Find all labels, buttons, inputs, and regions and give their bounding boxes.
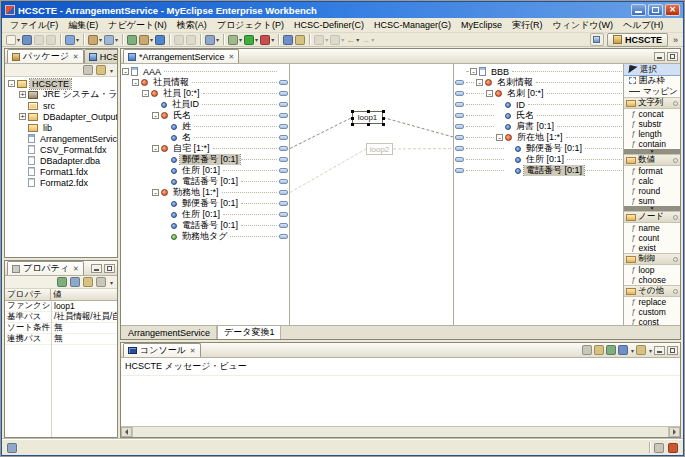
maximize-view-icon[interactable] (667, 52, 678, 61)
view-menu-icon[interactable]: ▾ (110, 279, 113, 286)
run-icon[interactable]: ▾ (243, 33, 259, 46)
map-node-row[interactable]: -社員 [0:*] (121, 88, 289, 99)
filter-icon[interactable] (83, 277, 93, 287)
open-console-icon[interactable] (636, 345, 646, 355)
selection-handle[interactable] (382, 123, 385, 126)
link-with-editor-icon[interactable] (96, 65, 106, 75)
selection-handle[interactable] (367, 123, 370, 126)
dropdown-arrow-icon[interactable]: ▾ (325, 36, 328, 43)
palette-item-substr[interactable]: ƒsubstr (624, 119, 680, 129)
expander-icon[interactable]: - (152, 189, 159, 196)
menu-item[interactable]: 実行(R) (507, 19, 548, 32)
palette-group-header[interactable]: 数値 (624, 154, 680, 166)
property-row[interactable]: 連携パス無 (5, 334, 117, 345)
map-node-row[interactable]: -氏名 (454, 110, 623, 121)
tree-item[interactable]: -ArrangementService.wsdl (5, 133, 117, 144)
save-icon[interactable] (21, 33, 33, 46)
map-node-row[interactable]: -郵便番号 [0:1] (121, 198, 289, 209)
dropdown-arrow-icon[interactable]: ▾ (356, 36, 359, 43)
expander-icon[interactable]: - (152, 112, 159, 119)
tab-properties[interactable]: プロパティ ✕ (7, 261, 84, 275)
editor-page-tab[interactable]: データ変換1 (217, 326, 281, 339)
palette-tool-marquee[interactable]: 囲み枠 (624, 75, 680, 86)
palette-item-choose[interactable]: ƒchoose (624, 275, 680, 285)
connector-handle[interactable] (279, 91, 288, 96)
connector-handle[interactable] (279, 168, 288, 173)
dropdown-arrow-icon[interactable]: ▾ (649, 347, 652, 354)
selection-handle[interactable] (382, 117, 385, 120)
palette-item-format[interactable]: ƒformat (624, 166, 680, 176)
selection-handle[interactable] (351, 110, 354, 113)
restore-default-icon[interactable] (96, 277, 106, 287)
menu-item[interactable]: ウィンドウ(W) (548, 19, 619, 32)
function-box-loop1[interactable]: loop1 (352, 111, 383, 124)
connector-handle[interactable] (455, 113, 464, 118)
column-header-property[interactable]: プロパティ (5, 289, 51, 300)
dropdown-arrow-icon[interactable]: ▾ (271, 36, 274, 43)
pin-console-icon[interactable] (594, 345, 604, 355)
palette-item-const[interactable]: ƒconst (624, 317, 680, 325)
connector-handle[interactable] (455, 157, 464, 162)
palette-item-count[interactable]: ƒcount (624, 233, 680, 243)
new-class-icon[interactable] (126, 33, 138, 46)
categorize-icon[interactable] (57, 277, 67, 287)
collapse-all-icon[interactable] (83, 65, 93, 75)
close-button[interactable]: ✕ (665, 4, 680, 16)
tree-item[interactable]: -Format1.fdx (5, 166, 117, 177)
expander-icon[interactable]: - (470, 68, 477, 75)
palette-item-custom[interactable]: ƒcustom (624, 307, 680, 317)
dropdown-arrow-icon[interactable]: ▾ (239, 36, 242, 43)
map-node-row[interactable]: -肩書 [0:1] (454, 121, 623, 132)
palette-item-loop[interactable]: ƒloop (624, 265, 680, 275)
scroll-lock-icon[interactable] (606, 345, 616, 355)
connector-handle[interactable] (455, 124, 464, 129)
close-icon[interactable]: ✕ (190, 347, 196, 355)
connector-handle[interactable] (279, 190, 288, 195)
menu-item[interactable]: ファイル(F) (5, 19, 63, 32)
clear-console-icon[interactable] (582, 345, 592, 355)
selection-handle[interactable] (351, 117, 354, 120)
map-node-row[interactable]: -住所 [0:1] (121, 209, 289, 220)
horizontal-scrollbar[interactable] (121, 426, 680, 437)
map-node-row[interactable]: -郵便番号 [0:1] (121, 154, 289, 165)
new-wizard-icon[interactable]: ▾ (64, 33, 80, 46)
minimize-view-icon[interactable] (654, 346, 665, 355)
map-node-row[interactable]: -名 (121, 132, 289, 143)
expander-icon[interactable]: - (496, 134, 503, 141)
palette-item-name[interactable]: ƒname (624, 223, 680, 233)
close-icon[interactable]: ✕ (73, 53, 79, 61)
palette-item-length[interactable]: ƒlength (624, 129, 680, 139)
map-node-row[interactable]: -住所 [0:1] (121, 165, 289, 176)
maximize-view-icon[interactable] (104, 264, 115, 273)
new-package-icon[interactable]: ▾ (138, 33, 154, 46)
expander-icon[interactable]: - (152, 145, 159, 152)
open-editor-icon[interactable]: ▾ (204, 33, 220, 46)
map-node-row[interactable]: -BBB (454, 66, 623, 77)
scroll-right-icon[interactable] (669, 427, 680, 437)
connector-handle[interactable] (279, 223, 288, 228)
column-divider[interactable] (51, 301, 52, 437)
expander-icon[interactable]: - (132, 79, 139, 86)
palette-group-header[interactable]: その他 (624, 285, 680, 297)
dropdown-arrow-icon[interactable]: ▾ (99, 36, 102, 43)
maximize-button[interactable] (648, 4, 663, 16)
map-node-row[interactable]: -自宅 [1:*] (121, 143, 289, 154)
open-type-icon[interactable]: ▾ (103, 33, 119, 46)
palette-group-header[interactable]: ノード (624, 211, 680, 223)
connector-handle[interactable] (279, 201, 288, 206)
dropdown-arrow-icon[interactable]: ▾ (255, 36, 258, 43)
tree-mode-icon[interactable] (70, 277, 80, 287)
tab-console[interactable]: コンソール ✕ (123, 343, 201, 357)
minimize-view-icon[interactable] (91, 264, 102, 273)
dropdown-arrow-icon[interactable]: ▾ (631, 347, 634, 354)
selection-handle[interactable] (351, 123, 354, 126)
function-box-loop2[interactable]: loop2 (366, 143, 393, 155)
tab-package-explorer[interactable]: パッケージ ✕ (7, 49, 84, 63)
expander-icon[interactable]: + (19, 91, 26, 98)
palette-item-exist[interactable]: ƒexist (624, 243, 680, 253)
map-node-row[interactable]: -AAA (121, 66, 289, 77)
expander-icon[interactable]: - (142, 90, 149, 97)
minimize-view-icon[interactable] (654, 52, 665, 61)
open-perspective-button[interactable] (590, 33, 604, 46)
expander-icon[interactable]: - (486, 90, 493, 97)
